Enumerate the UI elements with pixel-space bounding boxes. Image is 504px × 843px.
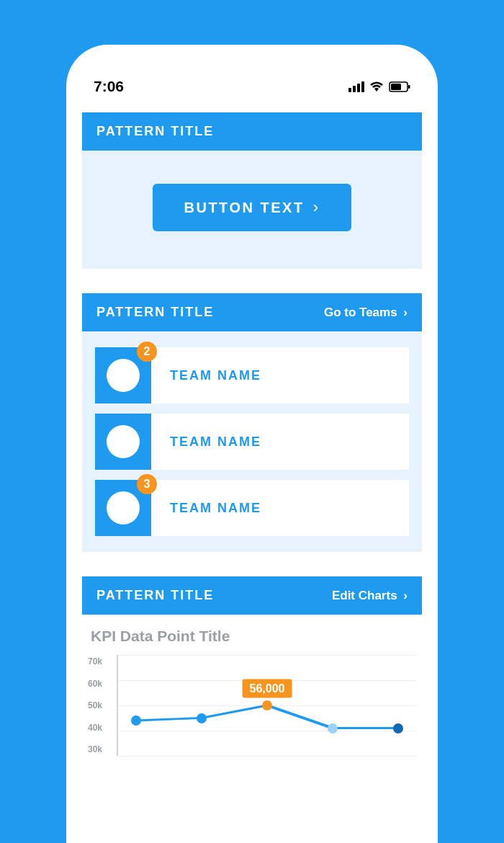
data-point xyxy=(197,713,207,723)
team-avatar: 2 xyxy=(95,347,151,403)
plot-area: 56,000 xyxy=(117,655,416,756)
card-title: PATTERN TITLE xyxy=(96,305,214,320)
chevron-right-icon: › xyxy=(400,305,408,319)
chart-body: KPI Data Point Title 70k 60k 50k 40k 30k xyxy=(82,615,422,756)
y-axis-labels: 70k 60k 50k 40k 30k xyxy=(88,655,102,756)
svg-rect-1 xyxy=(391,84,401,90)
notification-badge: 2 xyxy=(137,342,157,362)
data-point xyxy=(393,723,403,733)
status-time: 7:06 xyxy=(94,78,124,95)
avatar-placeholder-icon xyxy=(107,425,140,458)
kpi-title: KPI Data Point Title xyxy=(88,628,416,645)
primary-button[interactable]: BUTTON TEXT › xyxy=(153,184,352,231)
card-title: PATTERN TITLE xyxy=(96,124,214,139)
team-avatar xyxy=(95,414,151,470)
card-header: PATTERN TITLE Edit Charts › xyxy=(82,576,422,615)
kpi-chart: 70k 60k 50k 40k 30k xyxy=(88,655,416,756)
pattern-card-3: PATTERN TITLE Edit Charts › KPI Data Poi… xyxy=(82,576,422,756)
team-name: TEAM NAME xyxy=(170,434,261,450)
card-body: 2 TEAM NAME TEAM NAME 3 TEAM NAME xyxy=(82,331,422,552)
battery-icon xyxy=(389,81,410,92)
avatar-placeholder-icon xyxy=(107,491,140,525)
team-avatar: 3 xyxy=(95,480,151,536)
team-row[interactable]: TEAM NAME xyxy=(95,414,409,470)
data-point xyxy=(131,715,141,726)
team-row[interactable]: 2 TEAM NAME xyxy=(95,347,409,403)
go-to-teams-link[interactable]: Go to Teams › xyxy=(324,305,408,320)
pattern-card-2: PATTERN TITLE Go to Teams › 2 TEAM NAME xyxy=(82,293,422,552)
phone-frame: 7:06 PATTERN TITLE BUTTON TEXT › P xyxy=(66,45,438,843)
svg-rect-2 xyxy=(408,85,410,89)
button-label: BUTTON TEXT xyxy=(184,200,305,216)
signal-icon xyxy=(348,81,364,92)
data-callout: 56,000 xyxy=(243,679,292,698)
chevron-right-icon: › xyxy=(400,589,408,602)
status-bar: 7:06 xyxy=(82,78,422,112)
pattern-card-1: PATTERN TITLE BUTTON TEXT › xyxy=(82,112,422,269)
card-header: PATTERN TITLE Go to Teams › xyxy=(82,293,422,331)
team-name: TEAM NAME xyxy=(170,368,261,383)
status-icons xyxy=(348,81,410,92)
avatar-placeholder-icon xyxy=(107,359,140,392)
edit-charts-link[interactable]: Edit Charts › xyxy=(332,589,408,603)
team-name: TEAM NAME xyxy=(170,501,261,516)
team-list: 2 TEAM NAME TEAM NAME 3 TEAM NAME xyxy=(95,347,409,536)
card-title: PATTERN TITLE xyxy=(96,588,214,603)
chevron-right-icon: › xyxy=(313,198,320,217)
wifi-icon xyxy=(369,81,384,92)
data-point xyxy=(328,723,338,733)
team-row[interactable]: 3 TEAM NAME xyxy=(95,480,409,536)
notification-badge: 3 xyxy=(137,474,157,494)
card-body: BUTTON TEXT › xyxy=(82,151,422,269)
card-header: PATTERN TITLE xyxy=(82,112,422,151)
